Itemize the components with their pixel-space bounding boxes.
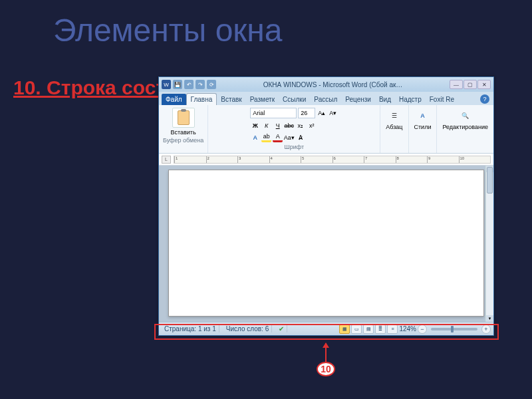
view-full-screen-button[interactable]: ▭ xyxy=(351,325,362,334)
vertical-scrollbar[interactable]: ▲ ▼ xyxy=(485,166,493,322)
callout-number: 10 xyxy=(317,362,335,376)
scroll-down-arrow[interactable]: ▼ xyxy=(486,315,493,322)
paragraph-label: Абзац xyxy=(386,124,402,130)
tab-file[interactable]: Файл xyxy=(162,94,186,105)
styles-button[interactable]: A Стили xyxy=(413,108,433,132)
tab-view[interactable]: Вид xyxy=(375,94,395,105)
superscript-button[interactable]: x² xyxy=(307,120,317,130)
ribbon-tabs: Файл Главна Вставк Разметк Ссылки Рассыл… xyxy=(159,92,493,105)
font-size-select[interactable]: 26 xyxy=(298,108,315,118)
document-page[interactable] xyxy=(168,170,484,317)
editing-label: Редактирование xyxy=(442,124,488,130)
font-name-select[interactable]: Arial xyxy=(250,108,297,118)
subscript-button[interactable]: x₂ xyxy=(295,120,305,130)
repeat-icon[interactable]: ⟳ xyxy=(207,80,216,89)
change-case-button[interactable]: Aa▾ xyxy=(284,132,294,142)
view-print-layout-button[interactable]: ▦ xyxy=(339,325,350,334)
underline-button[interactable]: Ч xyxy=(273,120,283,130)
status-word-count[interactable]: Число слов: 6 xyxy=(223,325,272,332)
editing-button[interactable]: 🔍 Редактирование xyxy=(441,108,489,132)
zoom-slider-knob[interactable] xyxy=(451,326,454,332)
slide-title: Элементы окна xyxy=(0,0,532,49)
ruler-area: L 12345678910 xyxy=(159,154,493,166)
maximize-button[interactable]: ▢ xyxy=(464,80,477,89)
tab-foxit[interactable]: Foxit Re xyxy=(426,94,458,105)
paragraph-button[interactable]: ☰ Абзац xyxy=(384,108,404,132)
redo-icon[interactable]: ↷ xyxy=(196,80,205,89)
styles-group: A Стили xyxy=(409,105,438,153)
document-title: ОКНА WINDOWS - Microsoft Word (Сбой ак… xyxy=(263,81,403,88)
word-window: W 💾 ↶ ↷ ⟳ ОКНА WINDOWS - Microsoft Word … xyxy=(158,76,494,336)
paragraph-group: ☰ Абзац xyxy=(380,105,408,153)
grow-font-icon[interactable]: A▴ xyxy=(317,108,327,118)
zoom-slider[interactable] xyxy=(431,328,477,331)
font-group: Arial 26 A▴ A▾ Ж К Ч abc x₂ x² A ab A xyxy=(208,105,380,153)
clipboard-group: Вставить Буфер обмена xyxy=(159,105,208,153)
styles-label: Стили xyxy=(414,124,432,130)
minimize-button[interactable]: — xyxy=(450,80,463,89)
status-page[interactable]: Страница: 1 из 1 xyxy=(162,325,219,332)
shrink-font-icon[interactable]: A▾ xyxy=(328,108,338,118)
horizontal-ruler[interactable]: 12345678910 xyxy=(174,156,491,164)
font-group-label: Шрифт xyxy=(284,144,304,150)
tab-home[interactable]: Главна xyxy=(186,93,217,105)
tab-review[interactable]: Рецензи xyxy=(341,94,375,105)
styles-icon: A xyxy=(416,109,429,122)
tab-layout[interactable]: Разметк xyxy=(246,94,279,105)
status-bar: Страница: 1 из 1 Число слов: 6 ✔ ▦ ▭ ▤ ≣… xyxy=(159,322,493,335)
title-bar: W 💾 ↶ ↷ ⟳ ОКНА WINDOWS - Microsoft Word … xyxy=(159,77,493,92)
ribbon: Вставить Буфер обмена Arial 26 A▴ A▾ Ж К… xyxy=(159,105,493,154)
highlight-button[interactable]: ab xyxy=(261,132,271,142)
tab-mailings[interactable]: Рассыл xyxy=(310,94,341,105)
clear-format-button[interactable]: A̷ xyxy=(295,132,305,142)
view-web-button[interactable]: ▤ xyxy=(363,325,374,334)
paragraph-icon: ☰ xyxy=(388,109,401,122)
zoom-out-button[interactable]: − xyxy=(418,325,427,334)
text-effects-button[interactable]: A xyxy=(250,132,260,142)
tab-references[interactable]: Ссылки xyxy=(279,94,310,105)
tab-addins[interactable]: Надстр xyxy=(395,94,426,105)
callout-arrow xyxy=(325,343,327,362)
zoom-level[interactable]: 124% xyxy=(399,325,416,332)
strike-button[interactable]: abc xyxy=(284,120,294,130)
clipboard-group-label: Буфер обмена xyxy=(163,137,203,144)
quick-access-toolbar: W 💾 ↶ ↷ ⟳ xyxy=(162,80,216,89)
status-proofing-icon[interactable]: ✔ xyxy=(276,325,287,332)
font-color-button[interactable]: A xyxy=(273,132,283,142)
undo-icon[interactable]: ↶ xyxy=(184,80,194,89)
paste-button[interactable] xyxy=(172,108,195,128)
clipboard-icon xyxy=(178,110,190,125)
zoom-in-button[interactable]: + xyxy=(481,325,491,334)
view-draft-button[interactable]: ≡ xyxy=(387,325,398,334)
ruler-corner[interactable]: L xyxy=(162,156,171,164)
find-icon: 🔍 xyxy=(459,109,472,122)
paste-label: Вставить xyxy=(171,129,196,136)
document-area[interactable]: ▲ ▼ xyxy=(159,166,493,322)
word-icon[interactable]: W xyxy=(162,80,171,89)
bold-button[interactable]: Ж xyxy=(250,120,260,130)
italic-button[interactable]: К xyxy=(261,120,271,130)
scroll-thumb[interactable] xyxy=(487,167,493,194)
tab-insert[interactable]: Вставк xyxy=(217,94,245,105)
save-icon[interactable]: 💾 xyxy=(173,80,182,89)
editing-group: 🔍 Редактирование xyxy=(437,105,493,153)
close-button[interactable]: ✕ xyxy=(477,80,491,89)
help-icon[interactable]: ? xyxy=(480,94,489,104)
view-outline-button[interactable]: ≣ xyxy=(375,325,386,334)
